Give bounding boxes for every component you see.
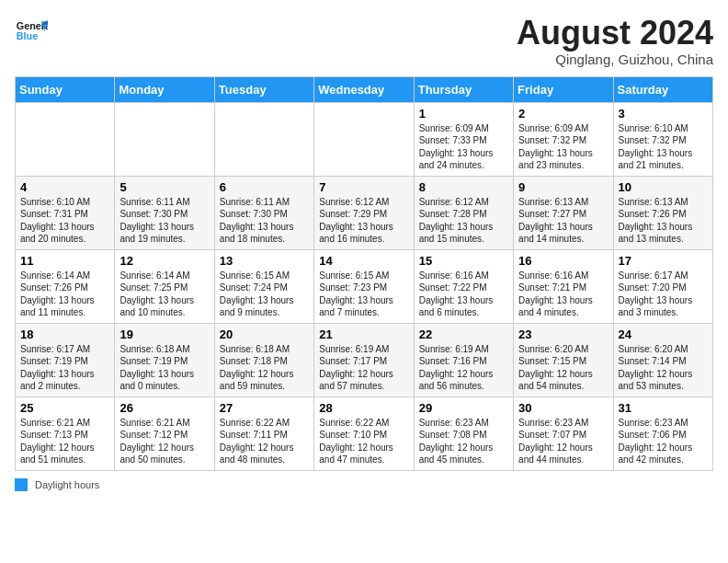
weekday-header-thursday: Thursday <box>414 76 513 102</box>
day-number: 14 <box>319 254 408 268</box>
day-number: 25 <box>20 401 109 415</box>
calendar-cell <box>214 102 313 176</box>
day-number: 22 <box>419 327 508 341</box>
calendar-cell: 24Sunrise: 6:20 AMSunset: 7:14 PMDayligh… <box>613 323 712 396</box>
calendar-cell: 2Sunrise: 6:09 AMSunset: 7:32 PMDaylight… <box>514 102 613 176</box>
day-info: Sunrise: 6:22 AMSunset: 7:11 PMDaylight:… <box>220 417 309 466</box>
legend: Daylight hours <box>15 478 713 491</box>
calendar-cell: 16Sunrise: 6:16 AMSunset: 7:21 PMDayligh… <box>514 249 613 323</box>
day-number: 3 <box>619 107 708 121</box>
calendar-cell: 31Sunrise: 6:23 AMSunset: 7:06 PMDayligh… <box>613 396 712 470</box>
day-number: 7 <box>319 180 408 194</box>
day-number: 9 <box>518 180 608 194</box>
day-info: Sunrise: 6:18 AMSunset: 7:19 PMDaylight:… <box>119 343 209 393</box>
day-number: 19 <box>119 327 209 341</box>
location-subtitle: Qinglang, Guizhou, China <box>517 52 713 67</box>
day-number: 1 <box>419 107 508 121</box>
calendar-week-row: 11Sunrise: 6:14 AMSunset: 7:26 PMDayligh… <box>16 249 713 323</box>
calendar-cell: 27Sunrise: 6:22 AMSunset: 7:11 PMDayligh… <box>214 396 313 470</box>
day-info: Sunrise: 6:11 AMSunset: 7:30 PMDaylight:… <box>119 196 209 246</box>
day-info: Sunrise: 6:16 AMSunset: 7:21 PMDaylight:… <box>518 270 608 319</box>
weekday-header-tuesday: Tuesday <box>214 76 313 102</box>
page-header: General Blue August 2024 Qinglang, Guizh… <box>15 15 713 67</box>
day-number: 17 <box>619 254 708 268</box>
calendar-cell: 20Sunrise: 6:18 AMSunset: 7:18 PMDayligh… <box>214 323 313 396</box>
weekday-header-saturday: Saturday <box>613 76 712 102</box>
calendar-cell: 1Sunrise: 6:09 AMSunset: 7:33 PMDaylight… <box>414 102 513 176</box>
day-number: 15 <box>419 254 508 268</box>
calendar-cell: 18Sunrise: 6:17 AMSunset: 7:19 PMDayligh… <box>16 323 115 396</box>
day-number: 11 <box>20 254 109 268</box>
calendar-cell: 25Sunrise: 6:21 AMSunset: 7:13 PMDayligh… <box>16 396 115 470</box>
day-info: Sunrise: 6:14 AMSunset: 7:26 PMDaylight:… <box>20 270 109 319</box>
day-number: 2 <box>518 107 608 121</box>
day-info: Sunrise: 6:17 AMSunset: 7:20 PMDaylight:… <box>619 270 708 319</box>
day-number: 13 <box>220 254 309 268</box>
calendar-cell: 22Sunrise: 6:19 AMSunset: 7:16 PMDayligh… <box>414 323 513 396</box>
day-number: 12 <box>119 254 209 268</box>
day-info: Sunrise: 6:20 AMSunset: 7:15 PMDaylight:… <box>518 343 608 393</box>
day-info: Sunrise: 6:10 AMSunset: 7:32 PMDaylight:… <box>619 122 708 172</box>
day-info: Sunrise: 6:23 AMSunset: 7:06 PMDaylight:… <box>619 417 708 466</box>
day-info: Sunrise: 6:18 AMSunset: 7:18 PMDaylight:… <box>220 343 309 393</box>
weekday-header-wednesday: Wednesday <box>314 76 414 102</box>
calendar-cell: 8Sunrise: 6:12 AMSunset: 7:28 PMDaylight… <box>414 176 513 249</box>
weekday-header-sunday: Sunday <box>16 76 115 102</box>
calendar-cell: 9Sunrise: 6:13 AMSunset: 7:27 PMDaylight… <box>514 176 613 249</box>
day-number: 31 <box>619 401 708 415</box>
logo-icon: General Blue <box>15 15 48 48</box>
calendar-week-row: 1Sunrise: 6:09 AMSunset: 7:33 PMDaylight… <box>16 102 713 176</box>
day-info: Sunrise: 6:13 AMSunset: 7:26 PMDaylight:… <box>619 196 708 246</box>
calendar-cell: 28Sunrise: 6:22 AMSunset: 7:10 PMDayligh… <box>314 396 414 470</box>
day-info: Sunrise: 6:12 AMSunset: 7:29 PMDaylight:… <box>319 196 408 246</box>
day-info: Sunrise: 6:13 AMSunset: 7:27 PMDaylight:… <box>518 196 608 246</box>
day-number: 6 <box>220 180 309 194</box>
day-info: Sunrise: 6:20 AMSunset: 7:14 PMDaylight:… <box>619 343 708 393</box>
weekday-header-friday: Friday <box>514 76 613 102</box>
day-info: Sunrise: 6:21 AMSunset: 7:13 PMDaylight:… <box>20 417 109 466</box>
day-number: 20 <box>220 327 309 341</box>
calendar-cell: 12Sunrise: 6:14 AMSunset: 7:25 PMDayligh… <box>115 249 214 323</box>
day-info: Sunrise: 6:10 AMSunset: 7:31 PMDaylight:… <box>20 196 109 246</box>
calendar-cell: 3Sunrise: 6:10 AMSunset: 7:32 PMDaylight… <box>613 102 712 176</box>
month-title: August 2024 <box>517 15 713 52</box>
legend-color-box <box>15 478 28 491</box>
calendar-cell: 19Sunrise: 6:18 AMSunset: 7:19 PMDayligh… <box>115 323 214 396</box>
calendar-cell: 7Sunrise: 6:12 AMSunset: 7:29 PMDaylight… <box>314 176 414 249</box>
calendar-cell: 29Sunrise: 6:23 AMSunset: 7:08 PMDayligh… <box>414 396 513 470</box>
calendar-cell: 21Sunrise: 6:19 AMSunset: 7:17 PMDayligh… <box>314 323 414 396</box>
day-number: 24 <box>619 327 708 341</box>
calendar-cell: 4Sunrise: 6:10 AMSunset: 7:31 PMDaylight… <box>16 176 115 249</box>
legend-label: Daylight hours <box>35 479 99 490</box>
calendar-cell: 11Sunrise: 6:14 AMSunset: 7:26 PMDayligh… <box>16 249 115 323</box>
day-info: Sunrise: 6:17 AMSunset: 7:19 PMDaylight:… <box>20 343 109 393</box>
day-number: 18 <box>20 327 109 341</box>
day-number: 10 <box>619 180 708 194</box>
calendar-cell: 17Sunrise: 6:17 AMSunset: 7:20 PMDayligh… <box>613 249 712 323</box>
day-info: Sunrise: 6:23 AMSunset: 7:08 PMDaylight:… <box>419 417 508 466</box>
weekday-header-row: SundayMondayTuesdayWednesdayThursdayFrid… <box>16 76 713 102</box>
day-number: 27 <box>220 401 309 415</box>
calendar-week-row: 25Sunrise: 6:21 AMSunset: 7:13 PMDayligh… <box>16 396 713 470</box>
calendar-cell: 10Sunrise: 6:13 AMSunset: 7:26 PMDayligh… <box>613 176 712 249</box>
day-number: 4 <box>20 180 109 194</box>
calendar-cell: 5Sunrise: 6:11 AMSunset: 7:30 PMDaylight… <box>115 176 214 249</box>
calendar-cell: 23Sunrise: 6:20 AMSunset: 7:15 PMDayligh… <box>514 323 613 396</box>
day-info: Sunrise: 6:15 AMSunset: 7:23 PMDaylight:… <box>319 270 408 319</box>
weekday-header-monday: Monday <box>115 76 214 102</box>
day-info: Sunrise: 6:11 AMSunset: 7:30 PMDaylight:… <box>220 196 309 246</box>
calendar-week-row: 4Sunrise: 6:10 AMSunset: 7:31 PMDaylight… <box>16 176 713 249</box>
logo: General Blue <box>15 15 48 48</box>
calendar-cell <box>314 102 414 176</box>
day-info: Sunrise: 6:21 AMSunset: 7:12 PMDaylight:… <box>119 417 209 466</box>
day-info: Sunrise: 6:14 AMSunset: 7:25 PMDaylight:… <box>119 270 209 319</box>
day-info: Sunrise: 6:16 AMSunset: 7:22 PMDaylight:… <box>419 270 508 319</box>
day-number: 21 <box>319 327 408 341</box>
day-number: 16 <box>518 254 608 268</box>
day-info: Sunrise: 6:19 AMSunset: 7:16 PMDaylight:… <box>419 343 508 393</box>
day-number: 28 <box>319 401 408 415</box>
day-number: 8 <box>419 180 508 194</box>
calendar-cell: 30Sunrise: 6:23 AMSunset: 7:07 PMDayligh… <box>514 396 613 470</box>
day-number: 30 <box>518 401 608 415</box>
day-info: Sunrise: 6:09 AMSunset: 7:32 PMDaylight:… <box>518 122 608 172</box>
